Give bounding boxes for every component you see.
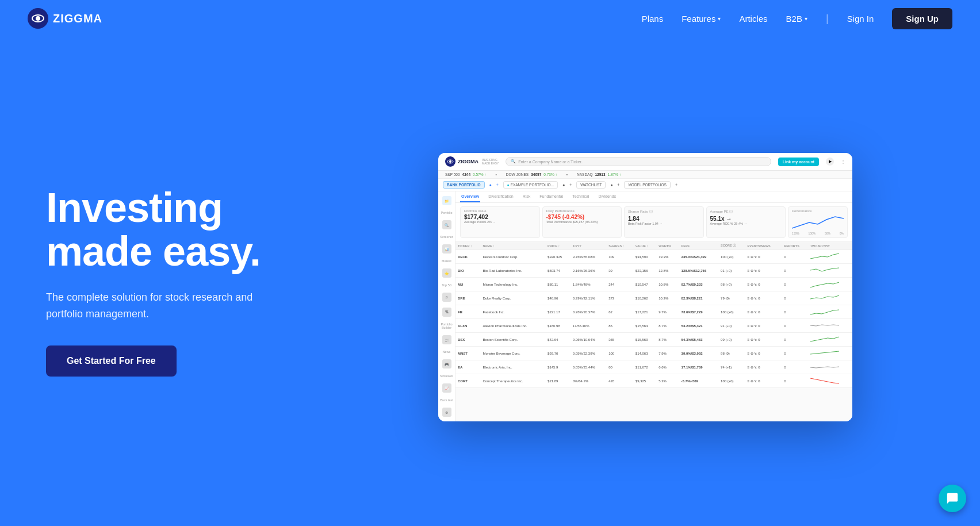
bank-portfolio-button[interactable]: BANK PORTFOLIO [443, 181, 485, 189]
value-ea: $11,672 [633, 360, 656, 374]
sidebar-news-icon[interactable]: 📰 [442, 335, 451, 344]
table-row[interactable]: CORT Concept Therapeutics Inc. $21.89 0%… [455, 374, 852, 388]
sp500-change: 0.57% ↑ [473, 172, 487, 176]
sidebar-simulator-label: Simulator [440, 374, 453, 378]
sidebar-screener-label: Screener [440, 235, 453, 239]
company-alxn: Alexion Pharmaceuticals Inc. [480, 319, 545, 333]
stocks-table-container[interactable]: TICKER ↕ NAME ↕ PRICE ↕ 10/YY SHARES ↕ V… [455, 242, 852, 388]
yy-alxn: 11/56.46% [571, 319, 606, 333]
events-cort: ≡ ⊕ Y: 0 [745, 374, 782, 388]
hero-title: Investingmade easy. [46, 186, 322, 273]
example-portfolio-button[interactable]: ● EXAMPLE PORTFOLIO... [503, 181, 558, 189]
price-dre: $48.96 [545, 291, 571, 305]
sidebar-builder-icon[interactable]: 🏗 [442, 308, 451, 317]
tab-fundamental[interactable]: Fundamental [538, 191, 564, 202]
price-cort: $21.89 [545, 374, 571, 388]
perf-mu: 92.7%/$9,233 [679, 278, 719, 291]
metric-sr-label: Sharpe Ratio ⓘ [628, 209, 700, 214]
sidebar-backtest-icon[interactable]: 📈 [442, 383, 451, 393]
tab-diversification[interactable]: Diversification [487, 191, 515, 202]
cta-button[interactable]: Get Started For Free [46, 345, 177, 377]
reports-alxn: ≡ [782, 319, 808, 333]
watchlist-add-icon[interactable]: + [617, 183, 619, 187]
dash-brand: ZIGGMA [458, 159, 478, 164]
wght-bsx: 8.7% [656, 333, 679, 347]
th-name: NAME ↕ [480, 242, 545, 250]
user-avatar[interactable]: ▶ [826, 158, 834, 166]
sidebar-backtest-label: Back test [440, 398, 453, 402]
dash-logo: ZIGGMA INVESTINGMADE EASY [445, 156, 499, 167]
spark-bio [808, 264, 852, 278]
sidebar-beta-icon[interactable]: β [442, 293, 451, 302]
metric-performance-chart: Performance 150%100%50%0% [788, 206, 848, 238]
metrics-row: Portfolio Value $177,402 Average Yield 0… [455, 203, 852, 242]
sidebar-top50-icon[interactable]: ⭐ [442, 268, 451, 278]
wght-fb: 9.7% [656, 305, 679, 319]
tab-overview[interactable]: Overview [460, 191, 480, 202]
table-row[interactable]: EA Electronic Arts, Inc. $145.9 0.05%/25… [455, 360, 852, 374]
spark-deck [808, 250, 852, 264]
model-add-icon[interactable]: + [675, 183, 677, 187]
table-row[interactable]: ALXN Alexion Pharmaceuticals Inc. $180.9… [455, 319, 852, 333]
score-fb: 100 (+0) [718, 305, 745, 319]
signin-button[interactable]: Sign In [847, 14, 874, 24]
company-ea: Electronic Arts, Inc. [480, 360, 545, 374]
events-mnst: ≡ ⊕ Y: 0 [745, 347, 782, 360]
perf-bio: 128.5%/$12,766 [679, 264, 719, 278]
dash-search[interactable]: 🔍 Enter a Company Name or a Ticker... [506, 157, 771, 166]
value-bsx: $15,569 [633, 333, 656, 347]
reports-deck: ≡ [782, 250, 808, 264]
table-row[interactable]: DECK Deckers Outdoor Corp. $326.325 3.76… [455, 250, 852, 264]
tab-risk[interactable]: Risk [522, 191, 532, 202]
dash-main: 📁 Portfolio 🔍 Screener 📊 Market ⭐ Top 50… [438, 191, 852, 421]
chat-bubble[interactable] [939, 485, 966, 512]
nav-plans[interactable]: Plans [642, 14, 664, 24]
nav-features[interactable]: Features ▾ [682, 14, 721, 24]
table-row[interactable]: FB Facebook Inc. $221.17 0.26%/20.37% 62… [455, 305, 852, 319]
th-events: EVENTS/NEWS [745, 242, 782, 250]
tab-dividends[interactable]: Dividends [597, 191, 617, 202]
dash-content: Overview Diversification Risk Fundamenta… [455, 191, 852, 421]
sidebar-portfolio-icon[interactable]: 📁 [442, 196, 451, 205]
nasdaq-item: NASDAQ 12913 1.87% ↑ [577, 172, 621, 176]
sidebar-screener-icon[interactable]: 🔍 [442, 220, 451, 229]
score-mnst: 98 (0) [718, 347, 745, 360]
shares-ea: 80 [606, 360, 633, 374]
value-fb: $17,221 [633, 305, 656, 319]
table-row[interactable]: DRE Duke Realty Corp. $48.96 0.29%/32.11… [455, 291, 852, 305]
example-edit-icon[interactable]: ● [562, 183, 565, 187]
svg-point-2 [36, 16, 40, 21]
sidebar-simulator-icon[interactable]: 🎮 [442, 359, 451, 368]
logo[interactable]: ZIGGMA [28, 8, 102, 29]
sidebar-top50-label: Top 50 [442, 283, 451, 287]
watchlist-button[interactable]: WATCHLIST [576, 181, 606, 189]
nav-b2b[interactable]: B2B ▾ [786, 14, 807, 24]
portfolio-add-icon[interactable]: + [496, 183, 499, 187]
reports-cort: ≡ [782, 374, 808, 388]
tab-technical[interactable]: Technical [571, 191, 590, 202]
portfolio-dot-icon[interactable]: ● [489, 183, 492, 187]
wght-deck: 19.3% [656, 250, 679, 264]
value-deck: $34,590 [633, 250, 656, 264]
model-portfolios-button[interactable]: MODEL PORTFOLIOS [624, 181, 670, 189]
company-bsx: Boston Scientific Corp. [480, 333, 545, 347]
table-row[interactable]: MNST Monster Beverage Corp. $93.70 0.05%… [455, 347, 852, 360]
table-row[interactable]: BIO Bio-Rad Laboratories Inc. $503.74 2.… [455, 264, 852, 278]
nav-articles[interactable]: Articles [739, 14, 767, 24]
table-row[interactable]: MU Micron Technology Inc. $80.11 1.84%/4… [455, 278, 852, 291]
nasdaq-value: 12913 [595, 172, 605, 176]
metric-pv-value: $177,402 [464, 214, 536, 220]
spark-bsx [808, 333, 852, 347]
shares-mu: 244 [606, 278, 633, 291]
th-reports: REPORTS [782, 242, 808, 250]
perf-ea: 17.1%/$1,769 [679, 360, 719, 374]
signup-button[interactable]: Sign Up [892, 8, 952, 29]
table-row[interactable]: BSX Boston Scientific Corp. $42.64 0.36%… [455, 333, 852, 347]
example-add-icon[interactable]: + [569, 183, 572, 187]
more-options-icon[interactable]: ⋮ [841, 159, 845, 164]
watchlist-dot-icon[interactable]: ● [610, 183, 612, 187]
sidebar-settings-icon[interactable]: ⚙ [442, 408, 451, 417]
link-account-button[interactable]: Link my account [778, 158, 819, 166]
sidebar-market-icon[interactable]: 📊 [442, 244, 451, 254]
sp500-value: 4244 [462, 172, 470, 176]
